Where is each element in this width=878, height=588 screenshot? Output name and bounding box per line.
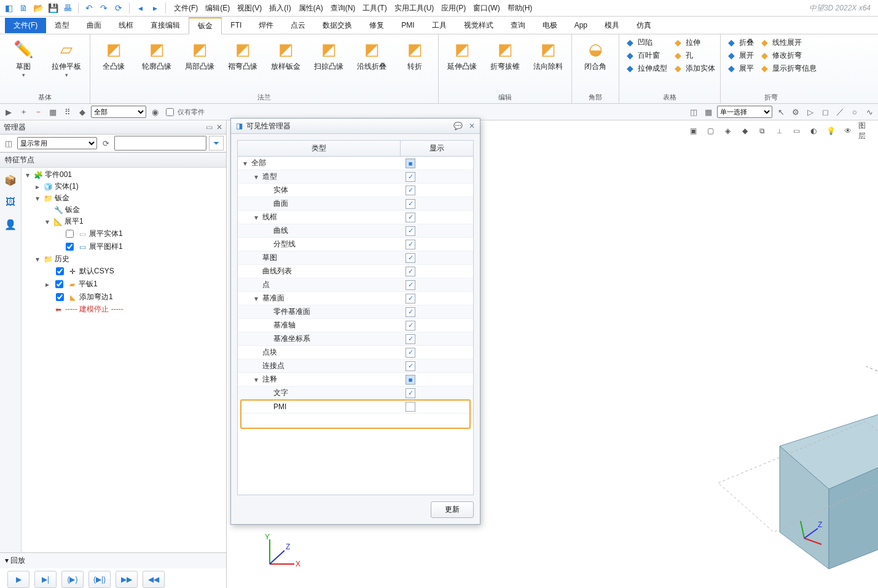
- menu-item[interactable]: 属性(A): [295, 2, 327, 15]
- ribbon-big-button[interactable]: ◩全凸缘: [95, 37, 132, 72]
- visibility-row[interactable]: ▾基准面✓: [238, 292, 473, 305]
- ribbon-small-button[interactable]: ◆拉伸成型: [624, 63, 667, 74]
- close-icon[interactable]: ✕: [469, 122, 475, 130]
- redo-icon[interactable]: ↷: [98, 2, 110, 14]
- tree-stop-marker[interactable]: ⬅----- 建模停止 -----: [22, 304, 226, 315]
- ribbon-tab[interactable]: PMI: [393, 18, 423, 32]
- visibility-row[interactable]: 连接点✓: [238, 359, 473, 373]
- step-in-button[interactable]: (▶): [61, 571, 84, 588]
- tree-mode-icon[interactable]: ◫: [2, 137, 15, 149]
- menu-item[interactable]: 窗口(W): [469, 2, 503, 15]
- close-corner-button[interactable]: ◒闭合角: [577, 37, 614, 72]
- ribbon-tab[interactable]: 数据交换: [314, 18, 361, 33]
- visibility-checkbox[interactable]: ✓: [406, 388, 415, 398]
- ribbon-small-button[interactable]: ◆添加实体: [672, 63, 715, 74]
- feedback-icon[interactable]: 💬: [453, 122, 463, 130]
- visibility-checkbox[interactable]: ✓: [406, 321, 415, 331]
- select-window-icon[interactable]: ▦: [47, 106, 59, 118]
- vp-measure-icon[interactable]: ⟂: [772, 124, 786, 138]
- filter2-icon[interactable]: ◉: [149, 106, 161, 118]
- visibility-row[interactable]: 基准轴✓: [238, 319, 473, 332]
- tree-node[interactable]: ▸🧊实体(1): [22, 181, 226, 192]
- refresh-icon[interactable]: ⟳: [112, 2, 125, 14]
- open-icon[interactable]: 📂: [32, 2, 44, 14]
- ribbon-tab[interactable]: App: [566, 18, 596, 32]
- close-icon[interactable]: ✕: [216, 123, 222, 131]
- ribbon-small-button[interactable]: ◆拉伸: [672, 37, 715, 48]
- visibility-checkbox[interactable]: ✓: [406, 240, 415, 249]
- pick-mode-select[interactable]: 单一选择: [717, 106, 772, 118]
- pointer-icon[interactable]: ▶: [2, 106, 15, 118]
- feature-tree[interactable]: ▾🧩零件001 ▸🧊实体(1) ▾📁钣金 🔧钣金 ▾📐展平1 ▭展平实体1 ▭展…: [22, 168, 226, 552]
- tree-node[interactable]: ▭展平图样1: [22, 240, 226, 253]
- tree-node[interactable]: ▾📐展平1: [22, 216, 226, 227]
- vp-eye-icon[interactable]: 👁: [841, 124, 855, 138]
- gear-icon[interactable]: ⚙: [790, 106, 802, 118]
- menu-item[interactable]: 实用工具(U): [391, 2, 438, 15]
- side-part-icon[interactable]: 📦: [3, 173, 18, 187]
- ribbon-tab[interactable]: 曲面: [78, 18, 110, 33]
- ribbon-tab[interactable]: 线框: [110, 18, 142, 33]
- ribbon-tab[interactable]: 查询: [502, 18, 534, 33]
- color-icon[interactable]: ◆: [76, 106, 88, 118]
- ribbon-big-button[interactable]: ◩局部凸缘: [181, 37, 218, 72]
- ribbon-big-button[interactable]: ◩褶弯凸缘: [224, 37, 261, 72]
- vp-shade-icon[interactable]: ▣: [686, 124, 700, 138]
- visibility-row[interactable]: 点✓: [238, 278, 473, 292]
- ribbon-tab[interactable]: 钣金: [189, 17, 222, 34]
- tree-root[interactable]: ▾🧩零件001: [22, 169, 226, 181]
- play-icon[interactable]: ▷: [804, 106, 817, 118]
- visibility-checkbox[interactable]: ✓: [406, 253, 415, 263]
- ribbon-big-button[interactable]: ◩放样钣金: [267, 37, 304, 72]
- visibility-checkbox[interactable]: ■: [406, 375, 415, 385]
- tree-node[interactable]: 🔧钣金: [22, 204, 226, 216]
- cursor-icon[interactable]: ↖: [775, 106, 787, 118]
- visibility-row[interactable]: 基准坐标系✓: [238, 332, 473, 346]
- visibility-checkbox[interactable]: ✓: [406, 226, 415, 236]
- ribbon-tab[interactable]: 焊件: [250, 18, 282, 33]
- ribbon-tab[interactable]: 模具: [596, 18, 628, 33]
- dock-icon[interactable]: ▭: [206, 123, 213, 131]
- refresh-button[interactable]: 更新: [431, 501, 474, 518]
- menu-item[interactable]: 编辑(E): [202, 2, 233, 15]
- save-icon[interactable]: 💾: [47, 2, 59, 14]
- filter-select[interactable]: 全部: [91, 106, 146, 118]
- ribbon-tab[interactable]: 造型: [46, 18, 78, 33]
- visibility-row[interactable]: 曲面✓: [238, 197, 473, 211]
- only-parts-check[interactable]: 仅有零件: [163, 106, 205, 118]
- ribbon-tab[interactable]: 电极: [534, 18, 566, 33]
- menu-item[interactable]: 应用(P): [437, 2, 469, 15]
- ribbon-tab[interactable]: 仿真: [628, 18, 660, 33]
- show-mode-select[interactable]: 显示常用: [17, 137, 97, 149]
- ribbon-big-button[interactable]: ◩法向除料: [530, 37, 566, 72]
- ribbon-tab[interactable]: 工具: [423, 18, 455, 33]
- app-icon[interactable]: ◧: [2, 2, 15, 14]
- ribbon-tab[interactable]: 点云: [282, 18, 314, 33]
- step-out-button[interactable]: (▶|): [88, 571, 111, 588]
- visibility-checkbox[interactable]: ✓: [406, 361, 415, 371]
- curve-icon[interactable]: ∿: [863, 106, 876, 118]
- minus-icon[interactable]: －: [32, 106, 44, 118]
- ribbon-small-button[interactable]: ◆展平: [726, 63, 754, 74]
- ribbon-tab[interactable]: 修复: [361, 18, 393, 33]
- menu-item[interactable]: 查询(N): [327, 2, 359, 15]
- ffwd-button[interactable]: ▶▶: [116, 571, 138, 588]
- line-icon[interactable]: ／: [834, 106, 846, 118]
- vp-iso-icon[interactable]: ◈: [721, 124, 734, 138]
- vp-light-icon[interactable]: 💡: [824, 124, 837, 138]
- dialog-titlebar[interactable]: ◨ 可见性管理器 💬 ✕: [231, 119, 480, 134]
- ribbon-big-button[interactable]: ◩转折: [396, 37, 433, 72]
- ribbon-big-button[interactable]: ◩扫掠凸缘: [310, 37, 347, 72]
- visibility-checkbox[interactable]: ✓: [406, 294, 415, 304]
- tree-node[interactable]: ▾📁历史: [22, 253, 226, 265]
- visibility-row[interactable]: 零件基准面✓: [238, 305, 473, 319]
- sketch-button[interactable]: ✏️草图: [5, 37, 42, 78]
- ribbon-tab[interactable]: 文件(F): [5, 18, 46, 33]
- menu-item[interactable]: 文件(F): [170, 2, 202, 15]
- undo-icon[interactable]: ↶: [83, 2, 95, 14]
- visibility-checkbox[interactable]: ✓: [406, 199, 415, 209]
- tree-node[interactable]: ✛默认CSYS: [22, 265, 226, 278]
- circle-icon[interactable]: ○: [849, 106, 861, 118]
- visibility-checkbox[interactable]: ✓: [406, 172, 415, 182]
- rewind-button[interactable]: ◀◀: [143, 571, 165, 588]
